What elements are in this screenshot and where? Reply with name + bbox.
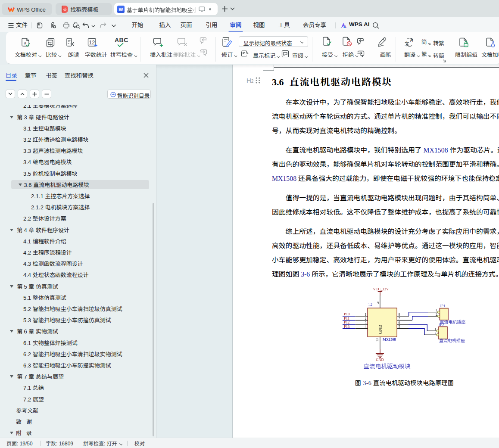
svg-text:1: 1 [436, 308, 437, 312]
svg-text:P13: P13 [344, 324, 349, 329]
svg-text:2: 2 [435, 331, 437, 335]
svg-text:7: 7 [399, 317, 400, 320]
svg-text:P11: P11 [344, 316, 349, 320]
svg-text:a: a [24, 40, 27, 45]
svg-text:9: 9 [377, 302, 379, 305]
svg-text:2: 2 [436, 313, 437, 317]
svg-text:MX1508: MX1508 [383, 338, 396, 342]
svg-text:1.2: 1.2 [368, 303, 373, 307]
svg-text:2: 2 [365, 317, 367, 320]
svg-text:直流电机驱动模块: 直流电机驱动模块 [364, 361, 411, 370]
svg-text:P10: P10 [344, 312, 349, 316]
svg-text:GND: GND [378, 324, 383, 334]
svg-text:简: 简 [421, 38, 427, 46]
svg-text:12: 12 [89, 40, 95, 46]
svg-text:JP2: JP2 [439, 323, 444, 327]
svg-text:JP1: JP1 [440, 304, 445, 308]
svg-text:13: 13 [375, 338, 379, 342]
svg-text:直流电机插座: 直流电机插座 [439, 337, 465, 343]
svg-text:4: 4 [365, 325, 367, 329]
svg-text:6: 6 [399, 321, 400, 325]
svg-text:8: 8 [399, 313, 400, 317]
svg-text:P12: P12 [344, 320, 349, 324]
svg-text:1: 1 [435, 327, 437, 331]
svg-text:W: W [119, 7, 123, 12]
svg-text:VCC_12V: VCC_12V [373, 287, 390, 291]
svg-text:5: 5 [399, 325, 400, 329]
svg-text:1: 1 [365, 313, 367, 317]
svg-text:繁: 繁 [421, 50, 427, 58]
svg-text:3: 3 [365, 321, 367, 325]
